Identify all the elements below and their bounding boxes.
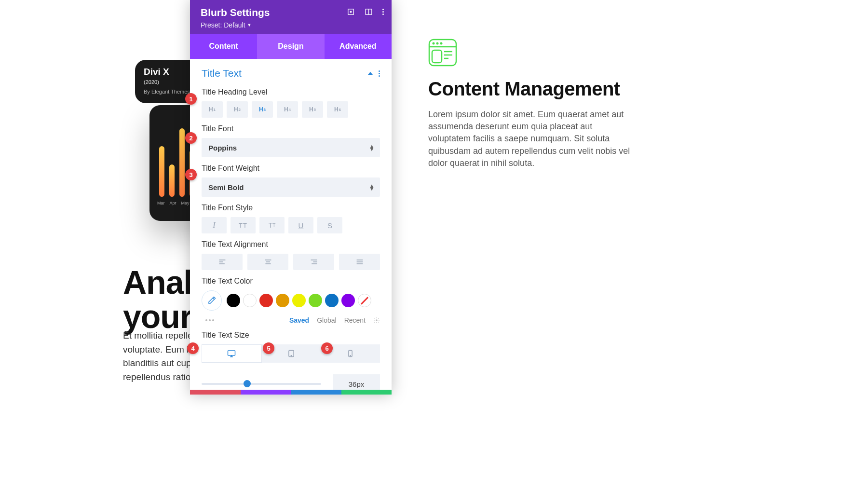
- footer-color-bars: [190, 390, 392, 395]
- panel-body: Title Text Title Heading Level H1 H2 H3 …: [190, 59, 392, 390]
- heading-h3[interactable]: H3: [252, 101, 273, 118]
- palette-tabs: Saved Global Recent: [202, 316, 380, 324]
- swatch-red[interactable]: [259, 294, 273, 307]
- heading-level-row: H1 H2 H3 H4 H5 H6: [202, 101, 380, 118]
- settings-panel: Blurb Settings Preset: Default▼ Content …: [190, 0, 392, 395]
- cm-title: Content Management: [428, 78, 698, 100]
- style-underline[interactable]: U: [288, 217, 313, 233]
- palette-saved[interactable]: Saved: [289, 316, 309, 324]
- palette-more-icon[interactable]: [205, 319, 214, 321]
- label-alignment: Title Text Alignment: [202, 240, 380, 249]
- label-color: Title Text Color: [202, 277, 380, 286]
- style-smallcaps[interactable]: TT: [259, 217, 285, 233]
- device-desktop[interactable]: [202, 344, 262, 363]
- color-swatch-row: [202, 290, 380, 311]
- panel-header: Blurb Settings Preset: Default▼: [190, 0, 392, 34]
- eyedropper-icon[interactable]: [202, 290, 222, 311]
- section-title: Title Text: [202, 68, 242, 79]
- device-row: [202, 344, 380, 363]
- swatch-blue[interactable]: [325, 294, 339, 307]
- badge-6: 6: [321, 342, 333, 354]
- svg-point-4: [440, 42, 443, 45]
- palette-global[interactable]: Global: [317, 316, 336, 324]
- columns-icon[interactable]: [365, 8, 373, 16]
- svg-rect-5: [432, 50, 442, 63]
- size-slider-row: 36px: [202, 374, 380, 390]
- section-title-row: Title Text: [202, 68, 380, 79]
- svg-point-2: [433, 42, 435, 45]
- tab-content[interactable]: Content: [190, 34, 257, 59]
- content-management-block: Content Management Lorem ipsum dolor sit…: [428, 39, 698, 169]
- label-font-style: Title Font Style: [202, 204, 380, 212]
- svg-point-32: [350, 355, 351, 356]
- badge-2: 2: [185, 132, 197, 144]
- alignment-row: [202, 254, 380, 270]
- heading-h5[interactable]: H5: [302, 101, 323, 118]
- svg-point-3: [436, 42, 439, 45]
- swatch-black[interactable]: [227, 294, 240, 307]
- heading-h4[interactable]: H4: [277, 101, 298, 118]
- section-more-icon[interactable]: [379, 69, 380, 78]
- font-select[interactable]: Poppins▴▾: [202, 138, 380, 157]
- heading-h1[interactable]: H1: [202, 101, 223, 118]
- swatch-green[interactable]: [309, 294, 322, 307]
- align-right[interactable]: [293, 254, 334, 270]
- swatch-yellow[interactable]: [292, 294, 306, 307]
- style-uppercase[interactable]: TT: [231, 217, 256, 233]
- svg-point-10: [350, 11, 352, 13]
- font-style-row: I TT TT U S: [202, 217, 380, 233]
- align-justify[interactable]: [339, 254, 380, 270]
- style-strikethrough[interactable]: S: [317, 217, 342, 233]
- palette-settings-icon[interactable]: [373, 317, 380, 324]
- align-center[interactable]: [247, 254, 288, 270]
- swatch-purple[interactable]: [341, 294, 355, 307]
- label-heading-level: Title Heading Level: [202, 88, 380, 96]
- more-icon[interactable]: [382, 9, 384, 15]
- badge-4: 4: [187, 342, 199, 354]
- preset-dropdown[interactable]: Preset: Default▼: [201, 21, 381, 29]
- svg-point-25: [376, 319, 378, 321]
- heading-h2[interactable]: H2: [227, 101, 248, 118]
- cm-body: Lorem ipsum dolor sit amet. Eum quaerat …: [428, 109, 631, 169]
- palette-recent[interactable]: Recent: [344, 316, 366, 324]
- font-weight-select[interactable]: Semi Bold▴▾: [202, 177, 380, 197]
- tab-advanced[interactable]: Advanced: [325, 34, 392, 59]
- swatch-white[interactable]: [243, 294, 257, 307]
- panel-tools: [347, 8, 384, 16]
- expand-icon[interactable]: [347, 8, 355, 16]
- size-slider[interactable]: [202, 383, 321, 385]
- label-size: Title Text Size: [202, 331, 380, 340]
- panel-tabs: Content Design Advanced: [190, 34, 392, 59]
- swatch-none[interactable]: [358, 294, 371, 307]
- heading-h6[interactable]: H6: [327, 101, 348, 118]
- svg-point-30: [291, 355, 291, 356]
- collapse-icon[interactable]: [368, 72, 373, 75]
- align-left[interactable]: [202, 254, 243, 270]
- badge-5: 5: [263, 342, 274, 354]
- window-icon: [428, 39, 457, 67]
- slider-thumb[interactable]: [244, 380, 251, 387]
- size-value[interactable]: 36px: [333, 374, 380, 390]
- label-font-weight: Title Font Weight: [202, 164, 380, 173]
- label-font: Title Font: [202, 124, 380, 133]
- swatch-orange[interactable]: [276, 294, 289, 307]
- svg-rect-26: [228, 351, 235, 355]
- badge-1: 1: [185, 93, 197, 105]
- style-italic[interactable]: I: [202, 217, 227, 233]
- tab-design[interactable]: Design: [257, 34, 324, 59]
- badge-3: 3: [185, 169, 197, 180]
